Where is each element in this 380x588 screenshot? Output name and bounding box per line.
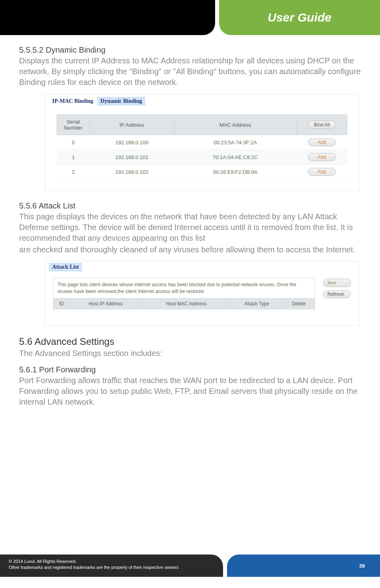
page-number: 39 [359, 563, 365, 569]
heading-attack-list: 5.5.6 Attack List [19, 201, 361, 210]
col-host-ip: Host IP Address [70, 299, 142, 309]
cell-serial: 2 [57, 165, 90, 179]
add-button[interactable]: Add [308, 138, 336, 146]
table-row: 1 192.168.0.101 70:1A:04:AE:C8:2C Add [57, 150, 347, 165]
save-button[interactable]: Save [323, 279, 351, 287]
cell-mac: 00:26:E8:F2:DB:0A [174, 165, 296, 179]
footer-left: © 2014 Luxul. All Rights Reserved. Other… [0, 555, 223, 577]
binding-table: Serial Number IP Address MAC Address Bin… [57, 114, 347, 179]
attack-desc: This page lists client devices whose Int… [53, 278, 315, 298]
cell-ip: 192.168.0.102 [90, 165, 174, 179]
footer-trademark: Other trademarks and registered trademar… [9, 564, 214, 570]
attack-inner: This page lists client devices whose Int… [49, 278, 355, 309]
attack-side-buttons: Save Refresh [323, 278, 351, 309]
cell-serial: 1 [57, 150, 90, 165]
body-attack-list-2: are checked and thoroughly cleaned of an… [19, 244, 361, 255]
heading-advanced-settings: 5.6 Advanced Settings [19, 336, 361, 347]
body-port-forwarding: Port Forwarding allows traffic that reac… [19, 375, 361, 407]
table-row: 2 192.168.0.102 00:26:E8:F2:DB:0A Add [57, 165, 347, 179]
cell-ip: 192.168.0.101 [90, 150, 174, 165]
binding-tabs: IP-MAC Binding Dynamic Binding [49, 97, 355, 106]
attack-panel: Attack List This page lists client devic… [45, 261, 359, 326]
cell-mac: 00:23:5A:74:3F:2A [174, 135, 296, 150]
col-delete: Delete [283, 299, 315, 309]
col-attack-type: Attack Type [231, 299, 283, 309]
attack-header-row: ID Host IP Address Host MAC Address Atta… [53, 298, 315, 309]
cell-action: Add [296, 165, 347, 179]
bind-all-button[interactable]: Bind All [308, 121, 336, 129]
cell-ip: 192.168.0.100 [90, 135, 174, 150]
heading-port-forwarding: 5.6.1 Port Forwarding [19, 365, 361, 374]
add-button[interactable]: Add [308, 168, 336, 176]
content: 5.5.5.2 Dynamic Binding Displays the cur… [0, 35, 380, 407]
footer: © 2014 Luxul. All Rights Reserved. Other… [0, 555, 380, 577]
footer-copyright: © 2014 Luxul. All Rights Reserved. [9, 559, 214, 564]
body-dynamic-binding: Displays the current IP Address to MAC A… [19, 55, 361, 88]
banner-left [0, 0, 215, 35]
banner-title: User Guide [268, 11, 331, 24]
cell-action: Add [296, 135, 347, 150]
col-id: ID [53, 299, 70, 309]
body-advanced-settings: The Advanced Settings section includes: [19, 348, 361, 359]
heading-dynamic-binding: 5.5.5.2 Dynamic Binding [19, 45, 361, 55]
tab-attack-list[interactable]: Attack List [49, 263, 82, 271]
banner-gap [215, 0, 219, 35]
cell-mac: 70:1A:04:AE:C8:2C [174, 150, 296, 165]
refresh-button[interactable]: Refresh [323, 290, 351, 298]
table-row: 0 192.168.0.100 00:23:5A:74:3F:2A Add [57, 135, 347, 150]
top-banner: User Guide [0, 0, 380, 35]
banner-title-wrap: User Guide [219, 0, 380, 35]
col-action: Bind All [296, 115, 347, 135]
attack-tabs: Attack List [49, 263, 355, 271]
binding-panel: IP-MAC Binding Dynamic Binding Serial Nu… [45, 94, 359, 191]
col-host-mac: Host MAC Address [142, 299, 231, 309]
col-ip: IP Address [90, 115, 174, 135]
footer-right: 39 [227, 555, 380, 577]
tab-dynamic-binding[interactable]: Dynamic Binding [97, 97, 145, 106]
col-serial: Serial Number [57, 115, 90, 135]
col-mac: MAC Address [174, 115, 296, 135]
cell-action: Add [296, 150, 347, 165]
binding-header-row: Serial Number IP Address MAC Address Bin… [57, 115, 347, 135]
attack-box: This page lists client devices whose Int… [53, 278, 315, 309]
tab-ipmac-binding[interactable]: IP-MAC Binding [49, 97, 96, 106]
cell-serial: 0 [57, 135, 90, 150]
body-attack-list-1: This page displays the devices on the ne… [19, 211, 361, 244]
add-button[interactable]: Add [308, 153, 336, 161]
